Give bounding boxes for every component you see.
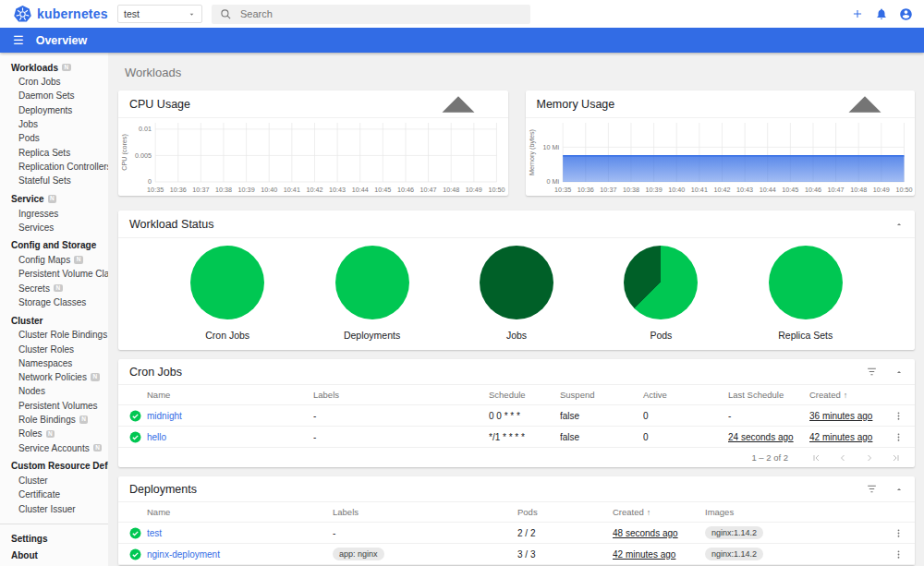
sidebar-item-network-policies[interactable]: Network PoliciesN (0, 370, 108, 384)
row-actions-button[interactable] (894, 410, 904, 422)
column-header-active[interactable]: Active (643, 390, 728, 400)
column-header-suspend[interactable]: Suspend (560, 390, 643, 400)
row-actions-button[interactable] (894, 548, 904, 560)
sidebar-item-label: Network Policies (18, 372, 87, 382)
sidebar-item-config-maps[interactable]: Config MapsN (0, 253, 108, 267)
last-page-button[interactable] (891, 452, 902, 464)
sidebar-section-workloads[interactable]: WorkloadsN (0, 60, 108, 75)
sidebar-item-persistent-volumes[interactable]: Persistent Volumes (0, 399, 108, 413)
collapse-card-button[interactable] (826, 66, 904, 143)
sidebar-item-cluster-issuer[interactable]: Cluster Issuer (0, 501, 108, 515)
column-header-schedule[interactable]: Schedule (489, 390, 560, 400)
svg-text:0: 0 (148, 178, 152, 187)
svg-text:10:37: 10:37 (600, 186, 616, 194)
sidebar-item-roles[interactable]: RolesN (0, 427, 108, 440)
column-header-created[interactable]: Created↑ (809, 390, 883, 400)
sidebar-item-replication-controllers[interactable]: Replication Controllers (0, 160, 108, 174)
image-chip: nginx:1.14.2 (705, 548, 763, 560)
sidebar-section-config-and-storage[interactable]: Config and Storage (0, 238, 108, 253)
sidebar-item-services[interactable]: Services (0, 221, 108, 235)
column-header-labels[interactable]: Labels (313, 390, 489, 400)
sidebar-item-ingresses[interactable]: Ingresses (0, 206, 108, 220)
sidebar-item-daemon-sets[interactable]: Daemon Sets (0, 89, 108, 102)
sidebar-item-service-accounts[interactable]: Service AccountsN (0, 441, 108, 455)
first-page-icon (810, 452, 821, 464)
sidebar-item-namespaces[interactable]: Namespaces (0, 356, 108, 370)
sidebar-item-pods[interactable]: Pods (0, 131, 108, 145)
table-row[interactable]: test-2 / 248 seconds agonginx:1.14.2 (118, 523, 915, 544)
sidebar-item-nodes[interactable]: Nodes (0, 384, 108, 398)
collapse-card-button[interactable] (894, 485, 904, 494)
sidebar-item-cluster-roles[interactable]: Cluster Roles (0, 342, 108, 355)
svg-text:10:44: 10:44 (759, 186, 775, 194)
filter-button[interactable] (866, 366, 878, 378)
column-header-images[interactable]: Images (705, 507, 883, 517)
add-resource-button[interactable] (851, 7, 864, 20)
menu-icon[interactable]: ☰ (13, 33, 24, 47)
sidebar-item-about[interactable]: About (0, 548, 108, 563)
sidebar-section-custom-resource-definitions[interactable]: Custom Resource Definitions (0, 459, 108, 474)
column-header-name[interactable]: Name (147, 507, 333, 517)
card-title: Cron Jobs (129, 366, 849, 379)
column-header-name[interactable]: Name (147, 390, 313, 400)
sidebar-item-deployments[interactable]: Deployments (0, 103, 108, 117)
row-actions-button[interactable] (894, 431, 904, 443)
cpu-usage-card: CPU Usage 10:3510:3610:3710:3810:3910:40… (118, 90, 508, 196)
namespace-selector[interactable]: test (117, 5, 202, 23)
relative-time: 36 minutes ago (809, 411, 872, 421)
svg-text:10:50: 10:50 (895, 186, 912, 194)
search-bar[interactable] (212, 5, 530, 24)
column-header-created[interactable]: Created↑ (613, 507, 705, 517)
first-page-button[interactable] (810, 452, 821, 464)
sidebar-item-stateful-sets[interactable]: Stateful Sets (0, 174, 108, 187)
namespaced-badge: N (93, 444, 103, 452)
account-button[interactable] (899, 7, 913, 21)
workload-pie-deployments (335, 246, 409, 319)
svg-text:0 Mi: 0 Mi (546, 178, 559, 187)
collapse-card-button[interactable] (419, 66, 497, 143)
workload-status-item: Deployments (335, 246, 409, 341)
sidebar-section-cluster[interactable]: Cluster (0, 313, 108, 328)
next-page-button[interactable] (864, 452, 875, 464)
notifications-button[interactable] (875, 7, 888, 20)
sidebar-item-certificate[interactable]: Certificate (0, 488, 108, 501)
row-actions-button[interactable] (894, 527, 904, 539)
previous-page-button[interactable] (837, 452, 848, 464)
column-header-labels[interactable]: Labels (333, 507, 517, 517)
sidebar-item-persistent-volume-claims[interactable]: Persistent Volume ClaimsN (0, 267, 108, 281)
sidebar-item-cluster[interactable]: Cluster (0, 474, 108, 488)
svg-text:10:41: 10:41 (284, 186, 300, 194)
sidebar-item-role-bindings[interactable]: Role BindingsN (0, 413, 108, 427)
sidebar: WorkloadsNCron JobsDaemon SetsDeployment… (0, 53, 108, 566)
kubernetes-logo[interactable]: kubernetes (13, 5, 111, 24)
collapse-card-button[interactable] (894, 367, 904, 377)
column-header-pods[interactable]: Pods (517, 507, 613, 517)
search-input[interactable] (240, 8, 522, 19)
resource-link[interactable]: midnight (147, 411, 182, 421)
filter-button[interactable] (866, 483, 878, 495)
sidebar-item-cron-jobs[interactable]: Cron Jobs (0, 75, 108, 89)
table-row[interactable]: nginx-deploymentapp: nginx3 / 342 minute… (118, 544, 915, 565)
svg-text:10:47: 10:47 (827, 186, 844, 194)
sidebar-item-label: Settings (11, 534, 47, 544)
svg-text:10:48: 10:48 (850, 186, 867, 194)
svg-text:10:47: 10:47 (420, 186, 437, 194)
resource-link[interactable]: test (147, 528, 162, 538)
resource-link[interactable]: nginx-deployment (147, 549, 220, 560)
sidebar-item-storage-classes[interactable]: Storage Classes (0, 295, 108, 309)
sidebar-item-jobs[interactable]: Jobs (0, 117, 108, 131)
sidebar-item-settings[interactable]: Settings (0, 532, 108, 547)
table-row[interactable]: midnight-0 0 * * *false0-36 minutes ago (118, 405, 915, 427)
cell-suspend: false (560, 411, 643, 421)
column-header-last-schedule[interactable]: Last Schedule (728, 390, 809, 400)
kebab-menu-icon (894, 548, 904, 560)
resource-link[interactable]: hello (147, 432, 166, 442)
collapse-card-button[interactable] (894, 220, 904, 229)
sidebar-section-service[interactable]: ServiceN (0, 191, 108, 206)
sidebar-item-cluster-role-bindings[interactable]: Cluster Role Bindings (0, 328, 108, 342)
sidebar-item-secrets[interactable]: SecretsN (0, 282, 108, 295)
table-row[interactable]: hello-*/1 * * * *false024 seconds ago42 … (118, 427, 915, 448)
cell-created: 36 minutes ago (809, 411, 883, 421)
sidebar-item-replica-sets[interactable]: Replica Sets (0, 145, 108, 159)
workload-pie-jobs (480, 246, 553, 319)
